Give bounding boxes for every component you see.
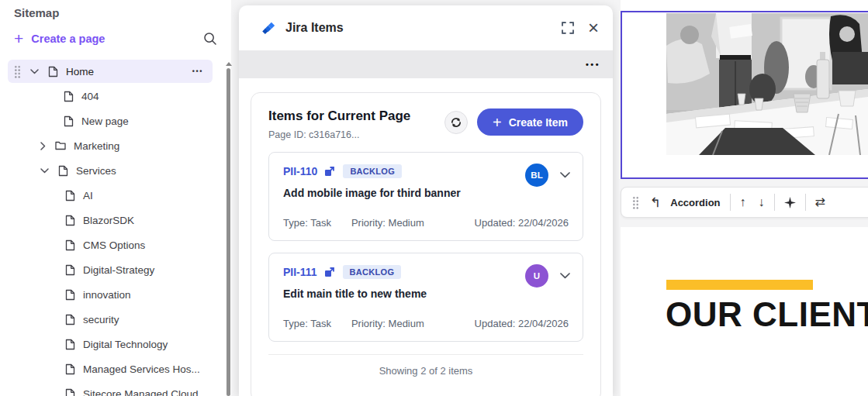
sitemap-node-home[interactable]: Home •••: [8, 60, 213, 83]
external-link-icon[interactable]: [324, 267, 334, 277]
node-label: Services: [76, 165, 116, 177]
accent-bar: [666, 280, 813, 290]
issue-priority: Priority: Medium: [351, 318, 424, 329]
sitemap-node-services[interactable]: Services: [8, 159, 213, 182]
sidebar-scrollbar[interactable]: [227, 68, 230, 396]
select-parent-icon[interactable]: ↰: [650, 196, 661, 209]
node-label: 404: [81, 91, 99, 102]
issue-priority: Priority: Medium: [351, 217, 424, 229]
issue-updated: Updated: 22/04/2026: [475, 217, 569, 229]
node-label: security: [83, 314, 119, 325]
move-down-icon[interactable]: ↓: [759, 196, 765, 208]
page-icon: [48, 66, 58, 77]
clients-section: OUR CLIENT: [621, 227, 868, 396]
create-item-label: Create Item: [509, 116, 568, 129]
folder-icon: [55, 141, 66, 150]
sitemap-node-digital-technology[interactable]: Digital Technology: [8, 332, 213, 356]
node-label: BlazorSDK: [83, 215, 134, 226]
page-icon: [64, 115, 74, 127]
drag-handle-icon[interactable]: [14, 65, 21, 78]
issue-summary: Edit main title to new theme: [283, 288, 569, 300]
page-icon: [65, 363, 75, 375]
component-label: Accordion: [670, 197, 720, 208]
sitemap-node-marketing[interactable]: Marketing: [8, 134, 213, 157]
sitemap-node-innovation[interactable]: innovation: [8, 283, 213, 306]
page-icon: [65, 314, 75, 325]
divider: [774, 194, 775, 211]
swap-icon[interactable]: ⇄: [815, 196, 825, 208]
chevron-right-icon[interactable]: [40, 142, 46, 150]
expand-icon[interactable]: [562, 22, 574, 34]
page-icon: [65, 339, 75, 350]
sitemap-node-sitecore-managed-cloud[interactable]: Sitecore Managed Cloud: [8, 382, 213, 396]
page-canvas: ↰ Accordion ↑ ↓ ⇄ OUR CLIENT: [619, 0, 868, 396]
chevron-down-icon[interactable]: [560, 172, 570, 178]
drag-handle-icon[interactable]: [632, 196, 639, 209]
node-label: New page: [81, 115, 129, 127]
close-icon[interactable]: ×: [588, 20, 599, 36]
chevron-down-icon[interactable]: [560, 273, 570, 279]
section-title: Items for Current Page: [268, 108, 410, 124]
page-icon: [65, 388, 75, 396]
assignee-avatar: BL: [525, 164, 548, 187]
status-badge: BACKLOG: [343, 265, 402, 279]
page-icon: [65, 239, 75, 251]
jira-logo-icon: [262, 22, 275, 35]
node-label: innovation: [83, 289, 131, 301]
create-page-row: + Create a page: [14, 29, 217, 48]
issue-summary: Add mobile image for third banner: [283, 187, 569, 199]
node-label: Home: [66, 66, 94, 77]
sitemap-node-managed-services[interactable]: Managed Services Hos...: [8, 357, 213, 381]
meeting-photo-image[interactable]: [666, 13, 868, 155]
issue-key-link[interactable]: PII-110: [283, 165, 317, 177]
sitemap-sidebar: Sitemap + Create a page Home ••• 404 New…: [0, 0, 231, 396]
refresh-icon: [450, 116, 462, 129]
page-icon: [65, 289, 75, 301]
sitemap-node-security[interactable]: security: [8, 308, 213, 331]
jira-items-panel: Jira Items × ••• Items for Current Page …: [239, 5, 613, 396]
plus-icon: +: [14, 31, 23, 46]
sitemap-node-cms-options[interactable]: CMS Options: [8, 233, 213, 257]
external-link-icon[interactable]: [324, 167, 334, 177]
create-page-label: Create a page: [31, 33, 105, 45]
issue-type: Type: Task: [283, 217, 331, 229]
chevron-down-icon[interactable]: [30, 69, 39, 74]
app-root: Sitemap + Create a page Home ••• 404 New…: [0, 0, 868, 396]
create-item-button[interactable]: + Create Item: [477, 108, 583, 136]
sitemap-node-new-page[interactable]: New page: [8, 109, 213, 133]
section-heading: OUR CLIENT: [666, 295, 868, 334]
component-toolbar: ↰ Accordion ↑ ↓ ⇄: [621, 187, 868, 218]
page-id: Page ID: c316a716...: [268, 129, 410, 140]
node-label: Sitecore Managed Cloud: [83, 388, 199, 396]
more-menu-icon[interactable]: •••: [586, 60, 600, 69]
plus-icon: +: [493, 115, 502, 129]
sitemap-node-blazorsdk[interactable]: BlazorSDK: [8, 208, 213, 232]
items-for-current-page-card: Items for Current Page Page ID: c316a716…: [251, 92, 601, 396]
panel-header: Jira Items ×: [239, 5, 613, 50]
chevron-down-icon[interactable]: [40, 168, 49, 174]
jira-item-card: PII-110 BACKLOG BL Add mobile image for …: [268, 152, 583, 241]
node-label: Managed Services Hos...: [83, 363, 200, 375]
create-page-button[interactable]: + Create a page: [14, 31, 105, 46]
move-up-icon[interactable]: ↑: [740, 196, 746, 208]
ai-sparkle-icon[interactable]: [784, 197, 796, 208]
scrollbar-up-arrow[interactable]: [226, 62, 232, 66]
issue-key-link[interactable]: PII-111: [283, 266, 317, 278]
node-label: CMS Options: [83, 239, 145, 251]
panel-toolbar: •••: [239, 50, 613, 78]
panel-title: Jira Items: [285, 21, 344, 35]
refresh-button[interactable]: [444, 111, 468, 134]
sidebar-title: Sitemap: [14, 6, 59, 19]
divider: [805, 194, 806, 211]
sitemap-node-404[interactable]: 404: [8, 84, 213, 108]
page-icon: [65, 215, 75, 226]
search-icon[interactable]: [203, 32, 217, 46]
status-badge: BACKLOG: [343, 164, 402, 178]
row-menu-icon[interactable]: •••: [192, 67, 203, 75]
node-label: Marketing: [74, 140, 119, 152]
page-icon: [65, 190, 75, 201]
issue-type: Type: Task: [283, 318, 331, 329]
sitemap-node-digital-strategy[interactable]: Digital-Strategy: [8, 258, 213, 281]
sitemap-node-ai[interactable]: AI: [8, 184, 213, 207]
assignee-avatar: U: [525, 264, 548, 288]
